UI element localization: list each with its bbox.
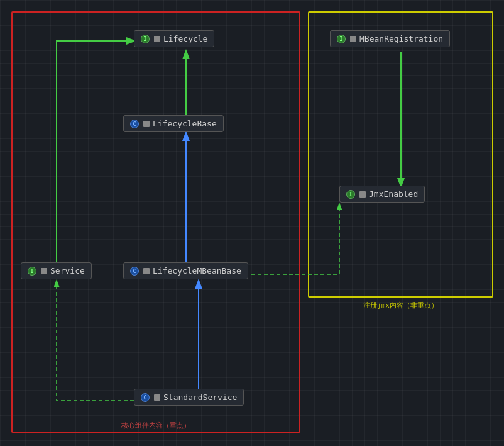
diagram-container: 核心组件内容（重点） 注册jmx内容（非重点）	[0, 0, 504, 446]
mbean-registration-type-icon: I	[337, 35, 346, 43]
red-panel-label: 核心组件内容（重点）	[121, 421, 190, 430]
lifecycle-base-label: LifecycleBase	[153, 119, 217, 128]
lifecycle-type-icon: I	[141, 35, 150, 43]
jmx-enabled-sub-icon	[359, 191, 366, 198]
standard-service-sub-icon	[154, 394, 160, 401]
node-lifecycle: I Lifecycle	[134, 30, 214, 47]
mbean-registration-sub-icon	[350, 36, 356, 42]
lifecycle-label: Lifecycle	[163, 34, 207, 43]
jmx-enabled-type-icon: I	[346, 190, 355, 199]
lifecycle-mbean-base-label: LifecycleMBeanBase	[153, 266, 241, 276]
node-standard-service: C StandardService	[134, 389, 244, 406]
node-lifecycle-mbean-base: C LifecycleMBeanBase	[123, 262, 248, 279]
yellow-panel-label: 注册jmx内容（非重点）	[363, 301, 438, 310]
lifecycle-mbean-base-sub-icon	[143, 268, 150, 274]
node-lifecycle-base: C LifecycleBase	[123, 115, 224, 132]
lifecycle-base-sub-icon	[143, 121, 150, 127]
lifecycle-base-type-icon: C	[130, 120, 139, 128]
service-label: Service	[50, 266, 85, 276]
node-jmx-enabled: I JmxEnabled	[339, 186, 425, 203]
yellow-panel: 注册jmx内容（非重点）	[308, 11, 493, 298]
service-sub-icon	[41, 268, 47, 274]
standard-service-label: StandardService	[163, 393, 237, 402]
node-mbean-registration: I MBeanRegistration	[330, 30, 450, 47]
mbean-registration-label: MBeanRegistration	[359, 34, 443, 43]
service-type-icon: I	[28, 267, 36, 276]
node-service: I Service	[21, 262, 92, 279]
jmx-enabled-label: JmxEnabled	[369, 189, 418, 199]
lifecycle-sub-icon	[154, 36, 160, 42]
red-panel: 核心组件内容（重点）	[11, 11, 300, 433]
standard-service-type-icon: C	[141, 393, 150, 402]
lifecycle-mbean-base-type-icon: C	[130, 267, 139, 276]
